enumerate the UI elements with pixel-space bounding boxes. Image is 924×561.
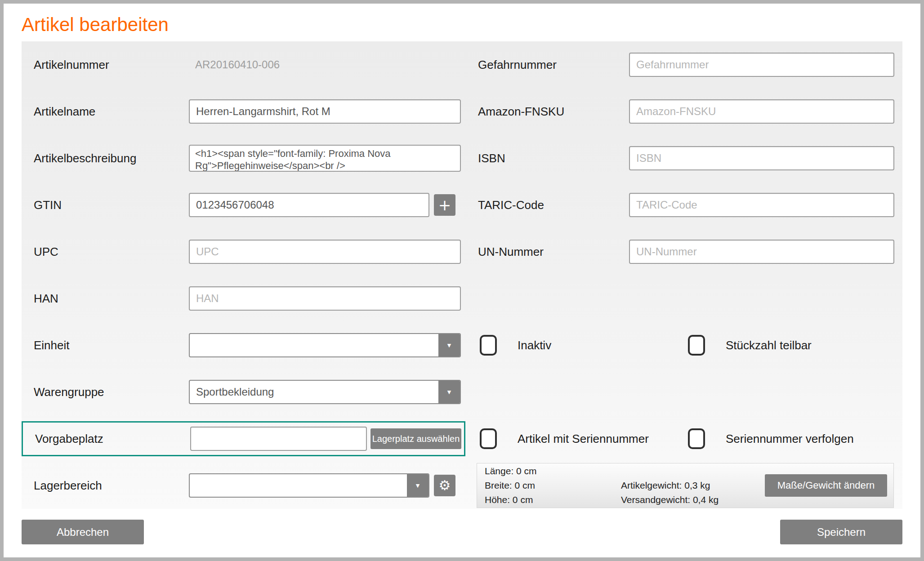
lagerbereich-dropdown[interactable]: ▼ — [189, 473, 429, 498]
vorgabeplatz-highlight-box: Vorgabeplatz Lagerplatz auswählen — [22, 421, 465, 456]
row-artikelname: Artikelname Amazon-FNSKU — [34, 88, 894, 135]
artikelname-input[interactable] — [189, 99, 461, 124]
page-title: Artikel bearbeiten — [22, 11, 902, 41]
gefahrnummer-input[interactable] — [629, 53, 894, 77]
row-vorgabeplatz: Vorgabeplatz Lagerplatz auswählen Artike… — [34, 415, 894, 462]
row-einheit: Einheit ▼ Inaktiv Stückzahl teilbar — [34, 322, 894, 369]
form-actions: Abbrechen Speichern — [22, 520, 902, 544]
seriennummer-verfolgen-label: Seriennummer verfolgen — [726, 432, 854, 446]
un-nummer-label: UN-Nummer — [478, 245, 629, 259]
artikelname-label: Artikelname — [34, 105, 189, 119]
lagerbereich-label: Lagerbereich — [34, 479, 189, 493]
gtin-input[interactable] — [189, 193, 429, 217]
lagerbereich-dropdown-button[interactable]: ▼ — [407, 474, 429, 497]
artikelbeschreibung-textarea[interactable]: <h1><span style="font-family: Proxima No… — [189, 145, 461, 172]
lagerbereich-selected-value — [190, 474, 407, 497]
stueckzahl-teilbar-checkbox-item[interactable]: Stückzahl teilbar — [686, 335, 894, 356]
warengruppe-label: Warengruppe — [34, 385, 189, 399]
dimensions-panel: Länge: 0 cm Breite: 0 cm Höhe: 0 cm Arti… — [477, 463, 894, 508]
amazon-fnsku-label: Amazon-FNSKU — [478, 105, 629, 119]
taric-code-label: TARIC-Code — [478, 198, 629, 212]
vorgabeplatz-input[interactable] — [190, 427, 367, 451]
row-han: HAN — [34, 275, 894, 322]
laenge-text: Länge: 0 cm — [485, 464, 621, 478]
row-upc: UPC UN-Nummer — [34, 228, 894, 275]
upc-label: UPC — [34, 245, 189, 259]
einheit-dropdown[interactable]: ▼ — [189, 333, 461, 357]
artikelnummer-label: Artikelnummer — [34, 58, 189, 72]
isbn-input[interactable] — [629, 146, 894, 170]
amazon-fnsku-input[interactable] — [629, 99, 894, 124]
dim-spacer — [621, 464, 765, 478]
artikel-mit-seriennummer-checkbox[interactable] — [480, 428, 497, 449]
isbn-label: ISBN — [478, 151, 629, 165]
row-gtin: GTIN + TARIC-Code — [34, 182, 894, 228]
masse-gewicht-aendern-button[interactable]: Maße/Gewicht ändern — [765, 474, 887, 497]
vorgabeplatz-label: Vorgabeplatz — [35, 432, 190, 446]
hoehe-text: Höhe: 0 cm — [485, 493, 621, 507]
breite-text: Breite: 0 cm — [485, 478, 621, 493]
row-artikelnummer: Artikelnummer AR20160410-006 Gefahrnumme… — [34, 41, 894, 88]
lagerbereich-settings-button[interactable]: ⚙ — [434, 475, 455, 496]
chevron-down-icon: ▼ — [416, 483, 420, 489]
row-lagerbereich: Lagerbereich ▼ ⚙ Länge: 0 cm Breite: 0 c… — [34, 462, 894, 509]
gear-icon: ⚙ — [439, 479, 451, 492]
save-button[interactable]: Speichern — [780, 520, 902, 544]
artikel-mit-seriennummer-checkbox-item[interactable]: Artikel mit Seriennummer — [478, 428, 686, 449]
versandgewicht-text: Versandgewicht: 0,4 kg — [621, 493, 765, 507]
einheit-dropdown-button[interactable]: ▼ — [438, 334, 460, 356]
gefahrnummer-label: Gefahrnummer — [478, 58, 629, 72]
row-artikelbeschreibung: Artikelbeschreibung <h1><span style="fon… — [34, 135, 894, 182]
warengruppe-selected-value: Sportbekleidung — [190, 381, 438, 403]
inaktiv-label: Inaktiv — [518, 338, 551, 352]
chevron-down-icon: ▼ — [447, 343, 451, 348]
plus-icon: + — [438, 197, 451, 213]
seriennummer-verfolgen-checkbox[interactable] — [688, 428, 705, 449]
artikelbeschreibung-label: Artikelbeschreibung — [34, 151, 189, 165]
artikel-mit-seriennummer-label: Artikel mit Seriennummer — [518, 432, 649, 446]
han-input[interactable] — [189, 286, 461, 311]
warengruppe-dropdown[interactable]: Sportbekleidung ▼ — [189, 380, 461, 404]
article-form-panel: Artikelnummer AR20160410-006 Gefahrnumme… — [22, 41, 902, 509]
artikelgewicht-text: Artikelgewicht: 0,3 kg — [621, 478, 765, 493]
lagerplatz-auswaehlen-button[interactable]: Lagerplatz auswählen — [370, 428, 461, 449]
inaktiv-checkbox[interactable] — [480, 335, 497, 356]
stueckzahl-teilbar-label: Stückzahl teilbar — [726, 338, 812, 352]
inaktiv-checkbox-item[interactable]: Inaktiv — [478, 335, 686, 356]
cancel-button[interactable]: Abbrechen — [22, 520, 144, 544]
upc-input[interactable] — [189, 240, 461, 264]
seriennummer-verfolgen-checkbox-item[interactable]: Seriennummer verfolgen — [686, 428, 894, 449]
chevron-down-icon: ▼ — [447, 389, 451, 395]
page: Artikel bearbeiten Artikelnummer AR20160… — [0, 0, 924, 561]
un-nummer-input[interactable] — [629, 240, 894, 264]
han-label: HAN — [34, 292, 189, 306]
stueckzahl-teilbar-checkbox[interactable] — [688, 335, 705, 356]
einheit-label: Einheit — [34, 338, 189, 352]
taric-code-input[interactable] — [629, 193, 894, 217]
warengruppe-dropdown-button[interactable]: ▼ — [438, 381, 460, 403]
einheit-selected-value — [190, 334, 438, 356]
gtin-label: GTIN — [34, 198, 189, 212]
gtin-add-button[interactable]: + — [434, 194, 455, 216]
artikelnummer-value: AR20160410-006 — [189, 58, 280, 71]
row-warengruppe: Warengruppe Sportbekleidung ▼ — [34, 369, 894, 415]
